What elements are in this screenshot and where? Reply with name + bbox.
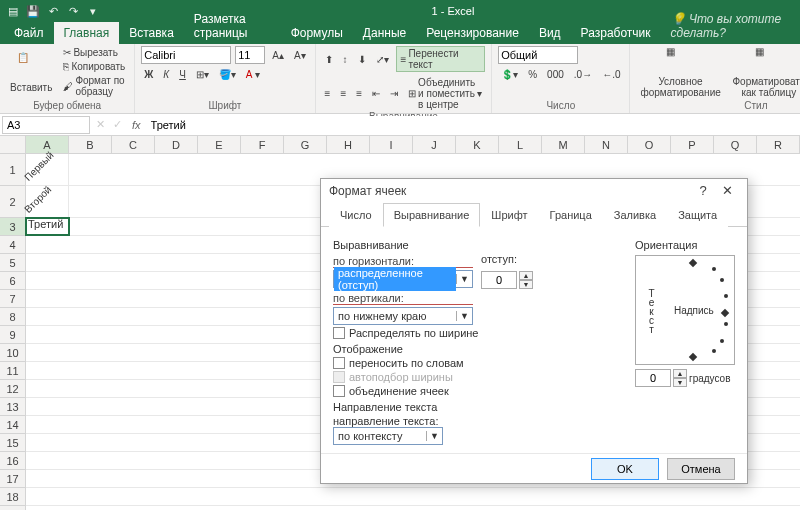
save-icon[interactable]: 💾	[26, 4, 40, 18]
decrease-font-icon[interactable]: A▾	[291, 49, 309, 62]
font-size-combo[interactable]	[235, 46, 265, 64]
align-left-icon[interactable]: ≡	[322, 87, 334, 100]
col-header[interactable]: K	[456, 136, 499, 153]
dlg-tab-protection[interactable]: Защита	[667, 203, 728, 227]
row-header[interactable]: 9	[0, 326, 25, 344]
row-header[interactable]: 8	[0, 308, 25, 326]
indent-spinner[interactable]: ▲▼	[481, 271, 533, 289]
comma-icon[interactable]: 000	[544, 68, 567, 81]
row-header[interactable]: 19	[0, 506, 25, 510]
percent-icon[interactable]: %	[525, 68, 540, 81]
col-header[interactable]: H	[327, 136, 370, 153]
increase-indent-icon[interactable]: ⇥	[387, 87, 401, 100]
merge-checkbox[interactable]	[333, 385, 345, 397]
row-header[interactable]: 13	[0, 398, 25, 416]
horiz-combo[interactable]: распределенное (отступ) ▼	[333, 270, 473, 288]
undo-icon[interactable]: ↶	[46, 4, 60, 18]
tab-file[interactable]: Файл	[4, 22, 54, 44]
format-painter-button[interactable]: 🖌 Формат по образцу	[60, 74, 128, 98]
font-name-combo[interactable]	[141, 46, 231, 64]
spin-up-icon[interactable]: ▲	[673, 369, 687, 378]
border-button[interactable]: ⊞▾	[193, 68, 212, 81]
vert-combo[interactable]: по нижнему краю ▼	[333, 307, 473, 325]
row-header[interactable]: 16	[0, 452, 25, 470]
degrees-spinner[interactable]: ▲▼ градусов	[635, 369, 735, 387]
spin-down-icon[interactable]: ▼	[673, 378, 687, 387]
merge-button[interactable]: ⊞ Объединить и поместить в центре ▾	[405, 76, 485, 111]
number-format-combo[interactable]	[498, 46, 578, 64]
name-box[interactable]	[2, 116, 90, 134]
conditional-format-button[interactable]: ▦Условное форматирование	[636, 46, 724, 98]
row-header[interactable]: 6	[0, 272, 25, 290]
row-header[interactable]: 3	[0, 218, 25, 236]
fill-color-button[interactable]: 🪣▾	[216, 68, 239, 81]
cancel-formula-icon[interactable]: ✕	[92, 118, 109, 131]
currency-icon[interactable]: 💲▾	[498, 68, 521, 81]
col-header[interactable]: P	[671, 136, 714, 153]
distribute-checkbox[interactable]	[333, 327, 345, 339]
tab-home[interactable]: Главная	[54, 22, 120, 44]
bold-button[interactable]: Ж	[141, 68, 156, 81]
row-header[interactable]: 1	[0, 154, 25, 186]
align-middle-icon[interactable]: ↕	[340, 53, 351, 66]
wrap-text-button[interactable]: ≡ Перенести текст	[396, 46, 486, 72]
italic-button[interactable]: К	[160, 68, 172, 81]
orientation-control[interactable]: Текст Надпись	[635, 255, 735, 365]
row-header[interactable]: 12	[0, 380, 25, 398]
close-icon[interactable]: ✕	[715, 183, 739, 198]
redo-icon[interactable]: ↷	[66, 4, 80, 18]
row-header[interactable]: 15	[0, 434, 25, 452]
row-header[interactable]: 14	[0, 416, 25, 434]
tab-view[interactable]: Вид	[529, 22, 571, 44]
col-header[interactable]: C	[112, 136, 155, 153]
tab-data[interactable]: Данные	[353, 22, 416, 44]
direction-combo[interactable]: по контексту ▼	[333, 427, 443, 445]
degrees-input[interactable]	[635, 369, 671, 387]
cancel-button[interactable]: Отмена	[667, 458, 735, 480]
col-header[interactable]: N	[585, 136, 628, 153]
indent-input[interactable]	[481, 271, 517, 289]
col-header[interactable]: I	[370, 136, 413, 153]
confirm-formula-icon[interactable]: ✓	[109, 118, 126, 131]
col-header[interactable]: B	[69, 136, 112, 153]
tab-layout[interactable]: Разметка страницы	[184, 8, 281, 44]
align-bottom-icon[interactable]: ⬇	[355, 53, 369, 66]
formula-input[interactable]	[147, 116, 800, 134]
row-header[interactable]: 7	[0, 290, 25, 308]
underline-button[interactable]: Ч	[176, 68, 189, 81]
col-header[interactable]: F	[241, 136, 284, 153]
decrease-indent-icon[interactable]: ⇤	[369, 87, 383, 100]
row-header[interactable]: 17	[0, 470, 25, 488]
help-button[interactable]: ?	[691, 183, 715, 198]
row-header[interactable]: 18	[0, 488, 25, 506]
row-header[interactable]: 5	[0, 254, 25, 272]
col-header[interactable]: L	[499, 136, 542, 153]
copy-button[interactable]: ⎘ Копировать	[60, 60, 128, 73]
col-header[interactable]: J	[413, 136, 456, 153]
spin-up-icon[interactable]: ▲	[519, 271, 533, 280]
row-header[interactable]: 11	[0, 362, 25, 380]
align-center-icon[interactable]: ≡	[337, 87, 349, 100]
align-right-icon[interactable]: ≡	[353, 87, 365, 100]
increase-font-icon[interactable]: A▴	[269, 49, 287, 62]
cell-a1[interactable]: Первый	[26, 154, 69, 185]
dlg-tab-number[interactable]: Число	[329, 203, 383, 227]
increase-decimal-icon[interactable]: .0→	[571, 68, 595, 81]
col-header[interactable]: G	[284, 136, 327, 153]
row-header[interactable]: 2	[0, 186, 25, 218]
tab-insert[interactable]: Вставка	[119, 22, 184, 44]
dlg-tab-alignment[interactable]: Выравнивание	[383, 203, 481, 227]
cell-a2[interactable]: Второй	[26, 186, 69, 217]
col-header[interactable]: M	[542, 136, 585, 153]
col-header[interactable]: O	[628, 136, 671, 153]
cell-a3[interactable]: Третий	[26, 218, 69, 235]
row-header[interactable]: 10	[0, 344, 25, 362]
col-header[interactable]: R	[757, 136, 800, 153]
cut-button[interactable]: ✂ Вырезать	[60, 46, 128, 59]
spin-down-icon[interactable]: ▼	[519, 280, 533, 289]
col-header[interactable]: D	[155, 136, 198, 153]
paste-button[interactable]: 📋 Вставить	[6, 52, 56, 93]
font-color-button[interactable]: A▾	[243, 68, 263, 81]
ok-button[interactable]: OK	[591, 458, 659, 480]
col-header[interactable]: E	[198, 136, 241, 153]
